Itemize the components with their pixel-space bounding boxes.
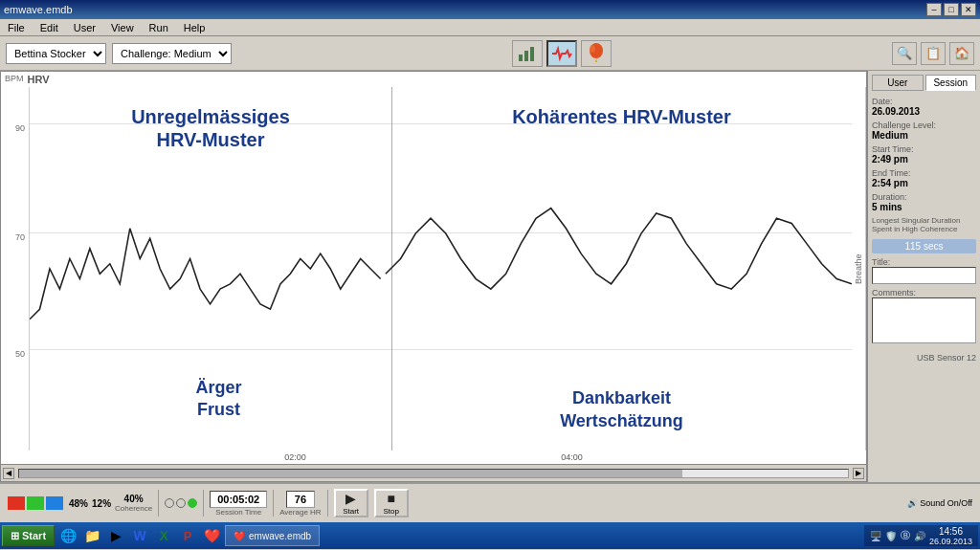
taskbar-word-icon[interactable]: W	[129, 525, 150, 546]
taskbar-folder-icon[interactable]: 📁	[81, 525, 102, 546]
zoom-reset-button[interactable]: 🏠	[949, 42, 974, 65]
duration-value: 5 mins	[872, 202, 976, 212]
toolbar-right: 🔍 📋 🏠	[892, 42, 974, 65]
user-select[interactable]: Bettina Stocker	[6, 43, 106, 64]
status-right: 🔊 Sound On/Off	[907, 498, 972, 508]
stop-button[interactable]: ■ Stop	[374, 489, 409, 517]
taskbar-ie-icon[interactable]: 🌐	[57, 525, 78, 546]
scrollbar-track[interactable]	[18, 469, 849, 478]
coherence-bars	[8, 496, 63, 510]
stop-label: Stop	[383, 507, 398, 516]
radio-2[interactable]	[176, 498, 186, 508]
duration-field: Duration: 5 mins	[872, 192, 976, 212]
chart-container: BPM HRV 90 70 50 UnregelmässigesHRV-Mus	[0, 71, 867, 482]
svg-rect-0	[519, 55, 523, 61]
chart-scrollbar[interactable]: ◀ ▶	[1, 464, 866, 481]
zoom-out-button[interactable]: 📋	[921, 42, 946, 65]
taskbar-excel-icon[interactable]: X	[153, 525, 174, 546]
end-time-field: End Time: 2:54 pm	[872, 168, 976, 188]
challenge-level-label: Challenge Level:	[872, 121, 976, 130]
close-button[interactable]: ✕	[961, 3, 976, 16]
y-label-mid: 70	[15, 232, 25, 242]
pct-group: 48% 12% 40% Coherence	[69, 494, 152, 513]
time-labels: 02:00 04:00	[1, 451, 866, 464]
maximize-button[interactable]: □	[944, 3, 959, 16]
date-field: Date: 26.09.2013	[872, 97, 976, 117]
scroll-right-arrow[interactable]: ▶	[853, 468, 864, 479]
clock: 14:56 26.09.2013	[929, 526, 972, 546]
comments-field: Comments:	[872, 288, 976, 345]
taskbar-emwave-app[interactable]: ❤️ emwave.emdb	[225, 525, 320, 546]
pct-blue-value: 40%	[124, 494, 144, 504]
taskbar-ppt-icon[interactable]: P	[177, 525, 198, 546]
stop-icon: ■	[387, 491, 394, 506]
menu-view[interactable]: View	[107, 22, 138, 33]
taskbar-emwave-icon[interactable]: ❤️	[201, 525, 222, 546]
pct-blue: 40% Coherence	[115, 494, 152, 513]
session-time-display: 00:05:02	[210, 491, 267, 508]
bar-chart-button[interactable]	[512, 40, 543, 67]
comments-textarea[interactable]	[872, 297, 976, 343]
right-panel: User Session Date: 26.09.2013 Challenge …	[867, 71, 980, 482]
sound-icon: 🔊	[907, 498, 918, 508]
svg-rect-1	[524, 51, 528, 61]
zoom-in-button[interactable]: 🔍	[892, 42, 917, 65]
pct-red: 48%	[69, 498, 88, 509]
heart-wave-button[interactable]	[546, 40, 577, 67]
sound-label: Sound On/Off	[920, 498, 972, 508]
menu-user[interactable]: User	[70, 22, 100, 33]
duration-label: Duration:	[872, 192, 976, 202]
minimize-button[interactable]: –	[926, 3, 942, 16]
scrollbar-thumb[interactable]	[19, 470, 682, 477]
playback-controls: ▶ Start ■ Stop	[334, 489, 409, 517]
taskbar-vol-icon: 🔊	[914, 531, 925, 541]
menu-edit[interactable]: Edit	[36, 22, 62, 33]
menu-bar: File Edit User View Run Help	[0, 19, 980, 36]
clock-date: 26.09.2013	[929, 537, 972, 546]
start-label: Start	[22, 530, 46, 541]
challenge-select[interactable]: Challenge: Medium	[112, 43, 232, 64]
taskbar-bt-icon: Ⓑ	[901, 529, 910, 542]
taskbar: ⊞ Start 🌐 📁 ▶ W X P ❤️ ❤️ emwave.emdb 🖥️…	[0, 522, 980, 549]
avg-hr-display: 76	[286, 491, 315, 508]
tab-session[interactable]: Session	[925, 75, 977, 91]
taskbar-app-icon: ❤️	[234, 531, 245, 541]
hrv-chart-svg	[30, 87, 852, 451]
pct-green: 12%	[92, 498, 111, 509]
title-field: Title:	[872, 257, 976, 284]
radio-1[interactable]	[165, 498, 174, 508]
radio-row-1	[165, 498, 197, 508]
breathing-label: Breathe	[852, 87, 866, 451]
play-button[interactable]: ▶ Start	[334, 489, 368, 517]
blue-bar	[46, 496, 63, 510]
time-label-200: 02:00	[284, 452, 306, 462]
red-bar	[8, 496, 25, 510]
bpm-label: BPM	[5, 74, 24, 85]
radio-3[interactable]	[188, 498, 197, 508]
comments-label: Comments:	[872, 288, 976, 297]
toolbar-center	[237, 40, 886, 67]
tab-user[interactable]: User	[872, 75, 924, 91]
title-input[interactable]	[872, 267, 976, 284]
play-label: Start	[343, 507, 359, 516]
balloon-button[interactable]	[581, 40, 612, 67]
taskbar-media-icon[interactable]: ▶	[105, 525, 126, 546]
menu-help[interactable]: Help	[180, 22, 210, 33]
date-value: 26.09.2013	[872, 106, 976, 117]
chart-plot: UnregelmässigesHRV-Muster Kohärentes HRV…	[30, 87, 852, 451]
challenge-level-value: Medium	[872, 130, 976, 141]
start-button[interactable]: ⊞ Start	[2, 525, 55, 546]
taskbar-network-icon: 🖥️	[870, 531, 881, 541]
separator-4	[327, 490, 328, 517]
coherence-badge: 115 secs	[872, 239, 976, 253]
chart-body: 90 70 50 UnregelmässigesHRV-Muster Kohär…	[1, 87, 866, 451]
start-time-label: Start Time:	[872, 144, 976, 154]
menu-file[interactable]: File	[4, 22, 29, 33]
panel-tabs: User Session	[872, 75, 976, 91]
sound-button[interactable]: 🔊 Sound On/Off	[907, 498, 972, 508]
hrv-title: HRV	[28, 74, 50, 85]
menu-run[interactable]: Run	[145, 22, 172, 33]
pct-green-value: 12%	[92, 498, 111, 509]
end-time-value: 2:54 pm	[872, 178, 976, 188]
scroll-left-arrow[interactable]: ◀	[3, 468, 14, 479]
